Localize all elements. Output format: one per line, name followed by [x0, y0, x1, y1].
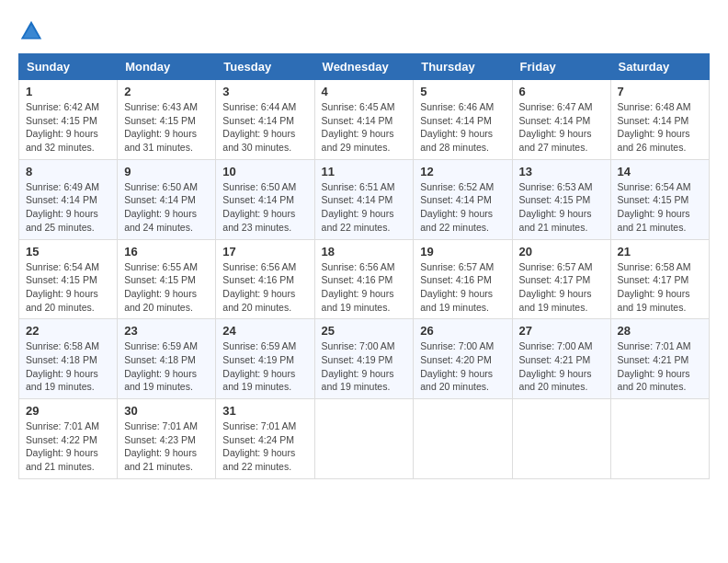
sunrise-label: Sunrise: 6:43 AM — [124, 101, 198, 112]
day-number: 4 — [322, 85, 407, 98]
day-info: Sunrise: 6:59 AM Sunset: 4:18 PM Dayligh… — [124, 339, 209, 394]
sunrise-label: Sunrise: 7:01 AM — [618, 340, 691, 351]
sunset-label: Sunset: 4:14 PM — [222, 194, 294, 205]
calendar-cell: 6 Sunrise: 6:47 AM Sunset: 4:14 PM Dayli… — [512, 80, 610, 160]
sunset-label: Sunset: 4:15 PM — [26, 274, 97, 285]
calendar-cell: 27 Sunrise: 7:00 AM Sunset: 4:21 PM Dayl… — [512, 319, 610, 399]
calendar-cell: 18 Sunrise: 6:56 AM Sunset: 4:16 PM Dayl… — [314, 239, 414, 319]
daylight-label: Daylight: 9 hours and 26 minutes. — [618, 128, 690, 153]
day-number: 17 — [222, 245, 307, 259]
day-info: Sunrise: 6:45 AM Sunset: 4:14 PM Dayligh… — [322, 100, 407, 155]
sunrise-label: Sunrise: 6:45 AM — [322, 101, 395, 112]
day-number: 26 — [420, 324, 505, 338]
day-number: 15 — [26, 245, 110, 259]
sunrise-label: Sunrise: 6:57 AM — [420, 261, 494, 272]
column-header-sunday: Sunday — [19, 54, 118, 80]
calendar-cell — [512, 399, 610, 479]
day-info: Sunrise: 6:56 AM Sunset: 4:16 PM Dayligh… — [322, 260, 407, 315]
sunrise-label: Sunrise: 7:00 AM — [519, 340, 593, 351]
calendar-cell: 23 Sunrise: 6:59 AM Sunset: 4:18 PM Dayl… — [118, 319, 216, 399]
day-info: Sunrise: 6:55 AM Sunset: 4:15 PM Dayligh… — [124, 260, 209, 315]
calendar-cell: 16 Sunrise: 6:55 AM Sunset: 4:15 PM Dayl… — [118, 239, 216, 319]
daylight-label: Daylight: 9 hours and 21 minutes. — [124, 447, 197, 472]
calendar-cell: 26 Sunrise: 7:00 AM Sunset: 4:20 PM Dayl… — [414, 319, 512, 399]
sunrise-label: Sunrise: 6:42 AM — [26, 101, 99, 112]
day-number: 29 — [26, 404, 110, 418]
sunset-label: Sunset: 4:15 PM — [618, 194, 689, 205]
sunrise-label: Sunrise: 7:00 AM — [420, 340, 494, 351]
sunset-label: Sunset: 4:14 PM — [222, 115, 294, 126]
daylight-label: Daylight: 9 hours and 27 minutes. — [519, 128, 592, 153]
calendar-cell: 17 Sunrise: 6:56 AM Sunset: 4:16 PM Dayl… — [216, 239, 314, 319]
day-info: Sunrise: 6:51 AM Sunset: 4:14 PM Dayligh… — [322, 180, 407, 235]
daylight-label: Daylight: 9 hours and 19 minutes. — [322, 288, 394, 313]
calendar-week-row: 29 Sunrise: 7:01 AM Sunset: 4:22 PM Dayl… — [19, 399, 710, 479]
day-number: 14 — [618, 165, 702, 178]
day-info: Sunrise: 6:47 AM Sunset: 4:14 PM Dayligh… — [519, 100, 604, 155]
calendar-header-row: SundayMondayTuesdayWednesdayThursdayFrid… — [19, 54, 710, 80]
sunrise-label: Sunrise: 6:46 AM — [420, 101, 494, 112]
day-info: Sunrise: 6:42 AM Sunset: 4:15 PM Dayligh… — [26, 100, 110, 155]
day-number: 21 — [618, 245, 702, 259]
day-info: Sunrise: 7:00 AM Sunset: 4:19 PM Dayligh… — [322, 339, 407, 394]
day-info: Sunrise: 6:49 AM Sunset: 4:14 PM Dayligh… — [26, 180, 110, 235]
sunrise-label: Sunrise: 7:01 AM — [124, 420, 198, 431]
sunrise-label: Sunrise: 6:57 AM — [519, 261, 593, 272]
sunrise-label: Sunrise: 6:56 AM — [222, 261, 296, 272]
calendar-cell: 13 Sunrise: 6:53 AM Sunset: 4:15 PM Dayl… — [512, 159, 610, 239]
sunset-label: Sunset: 4:14 PM — [420, 194, 492, 205]
logo — [18, 18, 48, 44]
calendar-cell: 7 Sunrise: 6:48 AM Sunset: 4:14 PM Dayli… — [610, 80, 709, 160]
calendar-cell: 19 Sunrise: 6:57 AM Sunset: 4:16 PM Dayl… — [414, 239, 512, 319]
day-info: Sunrise: 6:57 AM Sunset: 4:17 PM Dayligh… — [519, 260, 604, 315]
day-info: Sunrise: 7:01 AM Sunset: 4:21 PM Dayligh… — [618, 339, 702, 394]
day-info: Sunrise: 6:43 AM Sunset: 4:15 PM Dayligh… — [124, 100, 209, 155]
sunrise-label: Sunrise: 7:00 AM — [322, 340, 395, 351]
sunset-label: Sunset: 4:16 PM — [222, 274, 294, 285]
sunrise-label: Sunrise: 6:54 AM — [26, 261, 99, 272]
calendar-cell — [414, 399, 512, 479]
day-number: 19 — [420, 245, 505, 259]
day-info: Sunrise: 6:54 AM Sunset: 4:15 PM Dayligh… — [618, 180, 702, 235]
sunset-label: Sunset: 4:15 PM — [26, 115, 97, 126]
sunset-label: Sunset: 4:20 PM — [420, 354, 492, 365]
daylight-label: Daylight: 9 hours and 19 minutes. — [26, 368, 98, 393]
sunset-label: Sunset: 4:19 PM — [322, 354, 393, 365]
daylight-label: Daylight: 9 hours and 21 minutes. — [26, 447, 98, 472]
calendar-cell: 22 Sunrise: 6:58 AM Sunset: 4:18 PM Dayl… — [19, 319, 118, 399]
calendar-cell: 12 Sunrise: 6:52 AM Sunset: 4:14 PM Dayl… — [414, 159, 512, 239]
day-info: Sunrise: 6:54 AM Sunset: 4:15 PM Dayligh… — [26, 260, 110, 315]
sunrise-label: Sunrise: 6:52 AM — [420, 181, 494, 192]
calendar-week-row: 8 Sunrise: 6:49 AM Sunset: 4:14 PM Dayli… — [19, 159, 710, 239]
day-info: Sunrise: 6:56 AM Sunset: 4:16 PM Dayligh… — [222, 260, 307, 315]
calendar-cell: 29 Sunrise: 7:01 AM Sunset: 4:22 PM Dayl… — [19, 399, 118, 479]
sunrise-label: Sunrise: 6:59 AM — [124, 340, 198, 351]
sunset-label: Sunset: 4:16 PM — [322, 274, 393, 285]
day-info: Sunrise: 7:01 AM Sunset: 4:22 PM Dayligh… — [26, 419, 110, 474]
day-info: Sunrise: 7:01 AM Sunset: 4:24 PM Dayligh… — [222, 419, 307, 474]
daylight-label: Daylight: 9 hours and 20 minutes. — [222, 288, 295, 313]
calendar-cell: 9 Sunrise: 6:50 AM Sunset: 4:14 PM Dayli… — [118, 159, 216, 239]
daylight-label: Daylight: 9 hours and 32 minutes. — [26, 128, 98, 153]
calendar-cell — [314, 399, 414, 479]
day-info: Sunrise: 6:50 AM Sunset: 4:14 PM Dayligh… — [222, 180, 307, 235]
day-info: Sunrise: 6:52 AM Sunset: 4:14 PM Dayligh… — [420, 180, 505, 235]
calendar-cell — [610, 399, 709, 479]
day-number: 8 — [26, 165, 110, 178]
sunset-label: Sunset: 4:15 PM — [124, 274, 196, 285]
daylight-label: Daylight: 9 hours and 22 minutes. — [420, 208, 493, 233]
daylight-label: Daylight: 9 hours and 25 minutes. — [26, 208, 98, 233]
calendar-cell: 14 Sunrise: 6:54 AM Sunset: 4:15 PM Dayl… — [610, 159, 709, 239]
sunset-label: Sunset: 4:19 PM — [222, 354, 294, 365]
sunset-label: Sunset: 4:14 PM — [124, 194, 196, 205]
daylight-label: Daylight: 9 hours and 20 minutes. — [618, 368, 690, 393]
calendar-cell: 1 Sunrise: 6:42 AM Sunset: 4:15 PM Dayli… — [19, 80, 118, 160]
calendar-week-row: 1 Sunrise: 6:42 AM Sunset: 4:15 PM Dayli… — [19, 80, 710, 160]
day-number: 18 — [322, 245, 407, 259]
day-number: 13 — [519, 165, 604, 178]
calendar-cell: 4 Sunrise: 6:45 AM Sunset: 4:14 PM Dayli… — [314, 80, 414, 160]
daylight-label: Daylight: 9 hours and 19 minutes. — [124, 368, 197, 393]
day-number: 20 — [519, 245, 604, 259]
calendar-week-row: 22 Sunrise: 6:58 AM Sunset: 4:18 PM Dayl… — [19, 319, 710, 399]
column-header-tuesday: Tuesday — [216, 54, 314, 80]
